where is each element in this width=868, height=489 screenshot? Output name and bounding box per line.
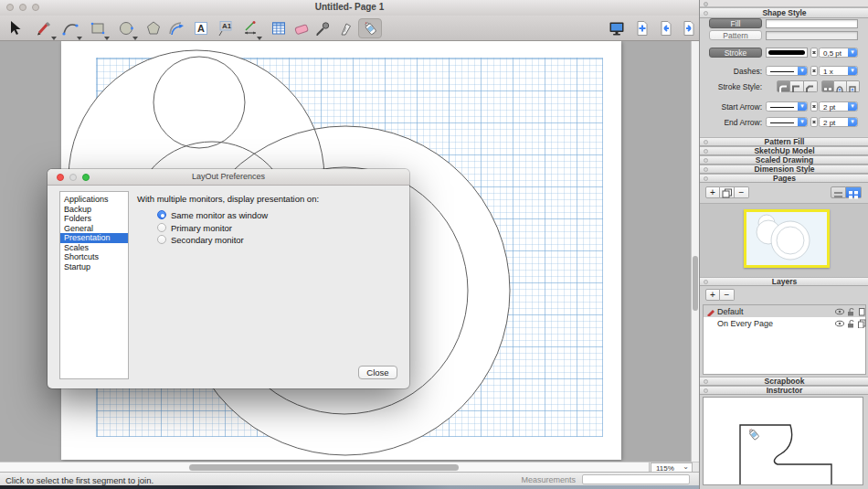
end-arrow-label: End Arrow: bbox=[700, 118, 762, 127]
horizontal-scrollbar-thumb[interactable] bbox=[189, 464, 459, 471]
section-header-shape-style[interactable]: Shape Style bbox=[700, 7, 868, 18]
dashes-dropdown[interactable]: ▾ bbox=[766, 66, 808, 76]
duplicate-page-button[interactable] bbox=[720, 186, 735, 198]
radio-icon[interactable] bbox=[157, 223, 166, 232]
layer-lock-icon[interactable] bbox=[846, 319, 855, 328]
horizontal-scrollbar-row: 115% ⌄ bbox=[0, 462, 699, 472]
close-button[interactable]: Close bbox=[358, 366, 397, 379]
fill-color-well[interactable] bbox=[766, 19, 858, 28]
list-view-button[interactable] bbox=[831, 186, 846, 198]
preferences-titlebar[interactable]: LayOut Preferences bbox=[48, 169, 409, 186]
fill-button[interactable]: Fill bbox=[709, 18, 762, 28]
status-message: Click to select the first segment to joi… bbox=[5, 475, 153, 485]
section-header-sketchup-model[interactable]: SketchUp Model bbox=[700, 146, 868, 155]
table-tool-button[interactable] bbox=[269, 18, 289, 38]
category-backup[interactable]: Backup bbox=[60, 205, 128, 215]
page-1-thumbnail[interactable] bbox=[744, 209, 830, 268]
main-toolbar: A A1 bbox=[0, 16, 699, 41]
label-icon: A1 bbox=[217, 19, 235, 37]
circle-tool-button[interactable] bbox=[116, 18, 136, 38]
pattern-well[interactable] bbox=[766, 31, 858, 40]
end-arrow-stepper[interactable] bbox=[810, 117, 818, 127]
section-header-dimension-style[interactable]: Dimension Style bbox=[700, 165, 868, 174]
eraser-tool-button[interactable] bbox=[291, 18, 312, 38]
stroke-width-stepper[interactable] bbox=[810, 48, 818, 58]
arc-tool-button[interactable] bbox=[60, 18, 80, 38]
add-layer-button[interactable]: + bbox=[705, 289, 720, 301]
disclosure-icon bbox=[704, 388, 708, 393]
preferences-category-list: Applications Backup Folders General Pres… bbox=[59, 191, 129, 379]
select-tool-button[interactable] bbox=[5, 18, 25, 38]
pattern-button[interactable]: Pattern bbox=[709, 30, 762, 40]
delete-layer-button[interactable]: − bbox=[720, 289, 735, 301]
rectangle-tool-button[interactable] bbox=[88, 18, 108, 38]
cap-style-round-button[interactable] bbox=[834, 80, 847, 92]
line-tool-button[interactable] bbox=[33, 18, 53, 38]
radio-selected-icon[interactable] bbox=[157, 210, 166, 219]
corner-style-bevel-button[interactable] bbox=[804, 80, 818, 92]
pages-toolbar: + − bbox=[705, 186, 749, 198]
layer-row-default[interactable]: Default bbox=[704, 305, 865, 317]
stroke-width-combo[interactable]: 0,5 pt ▾ bbox=[819, 48, 858, 58]
category-startup[interactable]: Startup bbox=[60, 262, 128, 272]
end-arrow-dropdown[interactable]: ▾ bbox=[766, 117, 808, 127]
category-shortcuts[interactable]: Shortcuts bbox=[60, 252, 128, 262]
dashes-scale-combo[interactable]: 1 x ▾ bbox=[819, 66, 858, 76]
layer-share-icon[interactable] bbox=[857, 319, 866, 328]
end-arrow-size-combo[interactable]: 2 pt ▾ bbox=[819, 117, 858, 127]
stroke-button[interactable]: Stroke bbox=[709, 48, 762, 58]
layer-visibility-icon[interactable] bbox=[835, 319, 844, 328]
text-tool-button[interactable]: A bbox=[191, 18, 211, 38]
start-presentation-button[interactable] bbox=[607, 18, 627, 38]
label-tool-button[interactable]: A1 bbox=[216, 18, 236, 38]
disclosure-icon bbox=[704, 158, 708, 163]
split-icon bbox=[337, 19, 355, 37]
dashes-scale-stepper[interactable] bbox=[810, 66, 818, 76]
measurements-input[interactable] bbox=[582, 474, 690, 484]
add-page-list-button[interactable]: + bbox=[705, 186, 720, 198]
category-scales[interactable]: Scales bbox=[60, 243, 128, 253]
category-folders[interactable]: Folders bbox=[60, 214, 128, 224]
next-page-button[interactable] bbox=[679, 18, 699, 38]
start-arrow-dropdown[interactable]: ▾ bbox=[766, 101, 808, 112]
style-tool-button[interactable] bbox=[312, 18, 333, 38]
dimension-tool-button[interactable] bbox=[240, 18, 260, 38]
cap-style-flat-button[interactable] bbox=[821, 80, 834, 92]
layer-lock-icon[interactable] bbox=[846, 307, 855, 316]
tray-close-icon[interactable] bbox=[704, 2, 708, 6]
polygon-tool-button[interactable] bbox=[143, 18, 164, 38]
section-header-scaled-drawing[interactable]: Scaled Drawing bbox=[700, 155, 868, 165]
section-header-layers[interactable]: Layers bbox=[700, 277, 868, 286]
offset-tool-button[interactable] bbox=[166, 18, 186, 38]
thumbnail-view-button[interactable] bbox=[846, 186, 862, 198]
layer-share-icon[interactable] bbox=[857, 307, 866, 316]
stroke-color-bar bbox=[768, 50, 805, 55]
split-tool-button[interactable] bbox=[336, 18, 356, 38]
vertical-scrollbar-thumb[interactable] bbox=[693, 256, 698, 311]
section-header-instructor[interactable]: Instructor bbox=[700, 386, 868, 395]
previous-page-button[interactable] bbox=[656, 18, 676, 38]
eyedropper-icon bbox=[313, 19, 332, 37]
combo-chevron-icon: ▾ bbox=[848, 67, 857, 75]
radio-icon[interactable] bbox=[157, 235, 166, 244]
add-page-button[interactable] bbox=[632, 18, 652, 38]
delete-page-button[interactable]: − bbox=[735, 186, 749, 198]
category-presentation[interactable]: Presentation bbox=[60, 233, 128, 243]
section-header-scrapbook[interactable]: Scrapbook bbox=[700, 377, 868, 386]
category-applications[interactable]: Applications bbox=[60, 195, 128, 205]
svg-text:A: A bbox=[197, 23, 205, 34]
start-arrow-size-combo[interactable]: 2 pt ▾ bbox=[819, 101, 858, 112]
layer-row-on-every-page[interactable]: On Every Page bbox=[704, 317, 865, 329]
cap-style-square-button[interactable] bbox=[847, 80, 860, 92]
category-general[interactable]: General bbox=[60, 224, 128, 234]
corner-style-miter-button[interactable] bbox=[790, 80, 804, 92]
section-header-pattern-fill[interactable]: Pattern Fill bbox=[700, 137, 868, 146]
vertical-scrollbar[interactable] bbox=[691, 41, 699, 462]
start-arrow-label: Start Arrow: bbox=[700, 102, 762, 112]
join-tool-button[interactable] bbox=[358, 18, 382, 38]
layer-visibility-icon[interactable] bbox=[835, 307, 844, 316]
stroke-color-swatch[interactable] bbox=[766, 48, 808, 58]
corner-style-round-button[interactable] bbox=[777, 80, 790, 92]
section-header-pages[interactable]: Pages bbox=[700, 174, 868, 183]
start-arrow-stepper[interactable] bbox=[810, 101, 818, 112]
